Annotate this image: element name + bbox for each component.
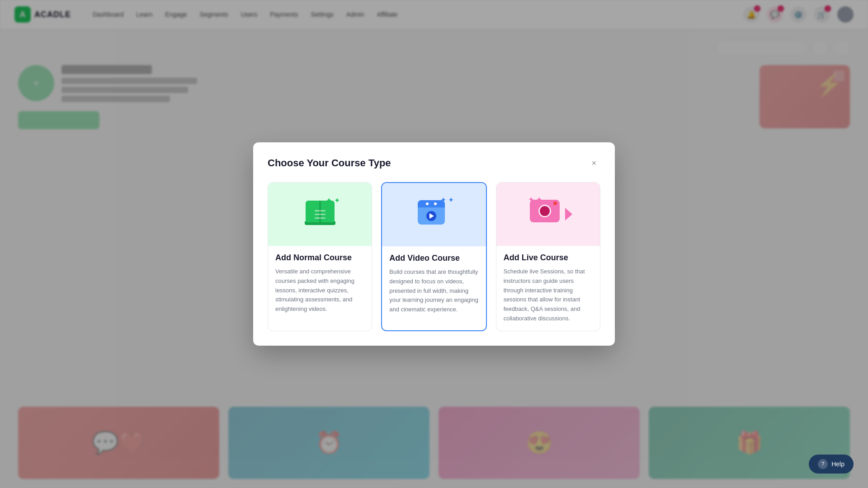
course-type-modal: Choose Your Course Type × ✦ ✦	[253, 142, 615, 346]
help-label: Help	[831, 460, 844, 468]
help-circle-icon: ?	[818, 459, 828, 469]
help-button[interactable]: ? Help	[809, 455, 854, 474]
normal-course-card[interactable]: ✦ ✦ Add Normal Course	[268, 182, 372, 331]
course-cards-container: ✦ ✦ Add Normal Course	[268, 182, 600, 331]
video-course-desc: Build courses that are thoughtfully desi…	[389, 267, 478, 314]
live-course-icon: ✦ ✦	[530, 200, 566, 229]
live-course-desc: Schedule live Sessions, so that instruct…	[504, 267, 593, 324]
live-course-title: Add Live Course	[504, 253, 593, 263]
modal-title: Choose Your Course Type	[268, 157, 391, 169]
video-course-card[interactable]: ✦ ✦ Add Video Cour	[381, 182, 486, 331]
video-course-icon: ✦ ✦	[418, 200, 450, 229]
normal-course-desc: Versatile and comprehensive courses pack…	[275, 267, 364, 314]
normal-course-image: ✦ ✦	[268, 183, 372, 246]
video-course-image: ✦ ✦	[382, 183, 486, 246]
normal-course-title: Add Normal Course	[275, 253, 364, 263]
video-course-title: Add Video Course	[389, 253, 478, 263]
live-course-image: ✦ ✦	[496, 183, 600, 246]
modal-close-button[interactable]: ×	[588, 157, 600, 169]
live-course-card[interactable]: ✦ ✦ Add Live Course Schedule live Sessio…	[496, 182, 600, 331]
normal-course-icon: ✦ ✦	[304, 201, 336, 228]
